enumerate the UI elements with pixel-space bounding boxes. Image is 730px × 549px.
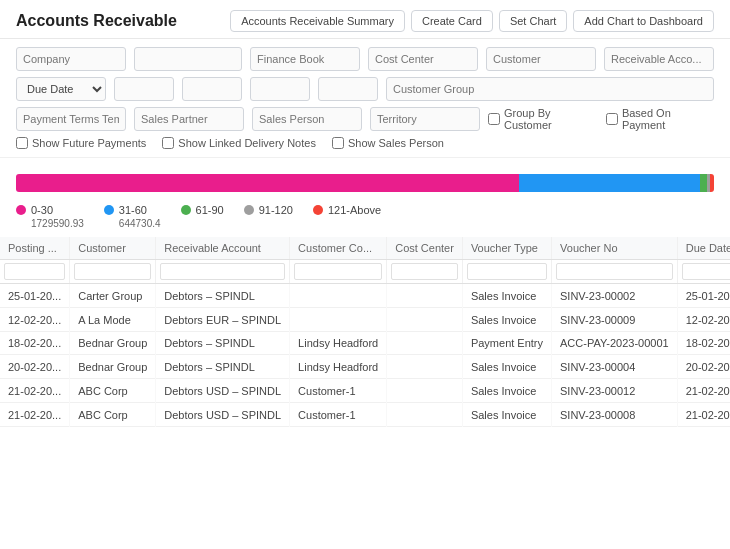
cell-r2-c3: Lindsy Headford [290,332,387,355]
based-on-payment-checkbox[interactable] [606,113,618,125]
col-filter-4 [387,260,463,284]
col-header-5[interactable]: Voucher Type [462,237,551,260]
col-filter-0 [0,260,70,284]
add-chart-btn[interactable]: Add Chart to Dashboard [573,10,714,32]
cost-center-input[interactable] [368,47,478,71]
cell-r5-c3: Customer-1 [290,403,387,427]
bucket3-input[interactable]: 90 [250,77,310,101]
page-title: Accounts Receivable [16,12,177,30]
set-chart-btn[interactable]: Set Chart [499,10,567,32]
cell-r4-c2: Debtors USD – SPINDL [156,379,290,403]
cell-r3-c2: Debtors – SPINDL [156,355,290,379]
cell-r3-c7: 20-02-20... [677,355,730,379]
bucket4-input[interactable]: 120 [318,77,378,101]
finance-book-input[interactable] [250,47,360,71]
col-header-0[interactable]: Posting ... [0,237,70,260]
based-on-payment-checkbox-item[interactable]: Based On Payment [606,107,714,131]
show-future-payments-item[interactable]: Show Future Payments [16,137,146,149]
customer-input[interactable] [486,47,596,71]
cell-r1-c6: SINV-23-00009 [552,308,678,332]
cell-r2-c4 [387,332,463,355]
cell-r0-c1: Carter Group [70,284,156,308]
cell-r5-c0: 21-02-20... [0,403,70,427]
col-filter-input-4[interactable] [391,263,458,280]
col-filter-2 [156,260,290,284]
col-header-1[interactable]: Customer [70,237,156,260]
ar-summary-btn[interactable]: Accounts Receivable Summary [230,10,405,32]
company-field [16,47,126,71]
payment-terms-input[interactable] [16,107,126,131]
col-filter-input-6[interactable] [556,263,673,280]
cell-r2-c5: Payment Entry [462,332,551,355]
bucket1-input[interactable]: 30 [114,77,174,101]
cell-r0-c7: 25-01-20... [677,284,730,308]
legend-dot-61-90 [181,205,191,215]
show-linked-delivery-item[interactable]: Show Linked Delivery Notes [162,137,316,149]
legend-label-text-121-Above: 121-Above [328,204,381,216]
show-linked-delivery-label: Show Linked Delivery Notes [178,137,316,149]
cell-r5-c7: 21-02-20... [677,403,730,427]
table-container: Posting ...CustomerReceivable AccountCus… [0,237,730,427]
ageing-based-select[interactable]: Due Date Posting Date [16,77,106,101]
bucket3-field: 90 [250,77,310,101]
bucket2-field: 60 [182,77,242,101]
sales-partner-input[interactable] [134,107,244,131]
table-row: 20-02-20...Bednar GroupDebtors – SPINDLL… [0,355,730,379]
cell-r0-c3 [290,284,387,308]
territory-input[interactable] [370,107,480,131]
show-sales-person-checkbox[interactable] [332,137,344,149]
ageing-based-field: Due Date Posting Date [16,77,106,101]
cell-r4-c6: SINV-23-00012 [552,379,678,403]
cell-r4-c4 [387,379,463,403]
col-filter-3 [290,260,387,284]
legend-item-61-90: 61-90 [181,204,224,229]
table-row: 21-02-20...ABC CorpDebtors USD – SPINDLC… [0,379,730,403]
show-linked-delivery-checkbox[interactable] [162,137,174,149]
bucket1-field: 30 [114,77,174,101]
receivable-account-input[interactable] [604,47,714,71]
col-header-6[interactable]: Voucher No [552,237,678,260]
col-header-4[interactable]: Cost Center [387,237,463,260]
group-by-customer-checkbox-item[interactable]: Group By Customer [488,107,598,131]
show-sales-person-item[interactable]: Show Sales Person [332,137,444,149]
col-filter-input-1[interactable] [74,263,151,280]
col-filter-input-0[interactable] [4,263,65,280]
cell-r1-c3 [290,308,387,332]
cell-r1-c4 [387,308,463,332]
col-filter-input-7[interactable] [682,263,730,280]
create-card-btn[interactable]: Create Card [411,10,493,32]
filter-row-2: Due Date Posting Date 30 60 90 120 [16,77,714,101]
col-header-2[interactable]: Receivable Account [156,237,290,260]
bucket2-input[interactable]: 60 [182,77,242,101]
receivable-account-field [604,47,714,71]
show-sales-person-label: Show Sales Person [348,137,444,149]
col-filter-input-5[interactable] [467,263,547,280]
legend-value-31-60: 644730.4 [104,218,161,229]
cell-r2-c1: Bednar Group [70,332,156,355]
col-header-7[interactable]: Due Date [677,237,730,260]
cell-r3-c0: 20-02-20... [0,355,70,379]
cell-r2-c0: 18-02-20... [0,332,70,355]
cell-r5-c6: SINV-23-00008 [552,403,678,427]
col-filter-6 [552,260,678,284]
legend-dot-31-60 [104,205,114,215]
col-header-3[interactable]: Customer Co... [290,237,387,260]
col-filter-input-3[interactable] [294,263,382,280]
date-input[interactable]: 22-03-2023 [134,47,242,71]
legend-item-91-120: 91-120 [244,204,293,229]
cell-r3-c5: Sales Invoice [462,355,551,379]
finance-book-field [250,47,360,71]
company-input[interactable] [16,47,126,71]
page-header: Accounts Receivable Accounts Receivable … [0,0,730,39]
customer-group-input[interactable] [386,77,714,101]
group-by-customer-checkbox[interactable] [488,113,500,125]
legend-dot-0-30 [16,205,26,215]
sales-person-input[interactable] [252,107,362,131]
col-filter-input-2[interactable] [160,263,285,280]
show-future-payments-label: Show Future Payments [32,137,146,149]
legend-label-text-61-90: 61-90 [196,204,224,216]
cell-r3-c6: SINV-23-00004 [552,355,678,379]
show-future-payments-checkbox[interactable] [16,137,28,149]
table-row: 21-02-20...ABC CorpDebtors USD – SPINDLC… [0,403,730,427]
cell-r4-c3: Customer-1 [290,379,387,403]
